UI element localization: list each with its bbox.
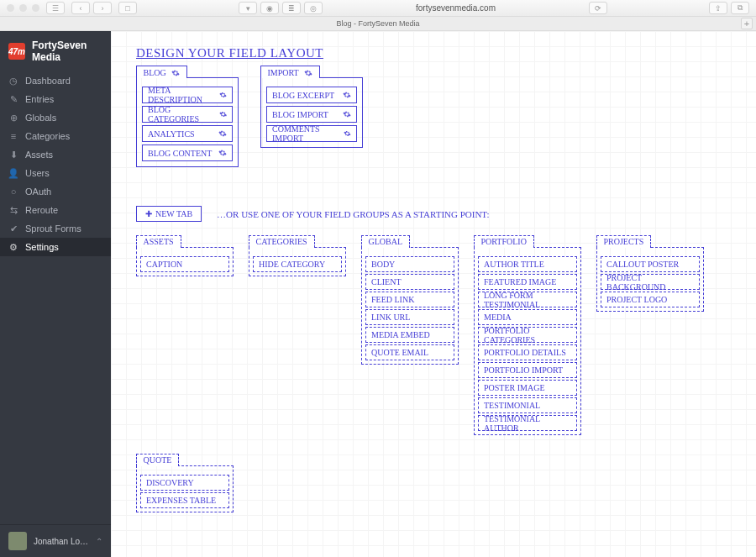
gear-icon: ⚙	[8, 242, 18, 252]
gear-icon[interactable]	[219, 110, 227, 118]
sidebar-footer[interactable]: Jonathan Longn… ⌃	[0, 524, 111, 557]
sidebar-item-users[interactable]: 👤Users	[0, 164, 111, 182]
zoom-window-icon[interactable]	[32, 4, 39, 12]
group-label: GLOBAL	[361, 235, 411, 248]
address-bar[interactable]: fortysevenmedia.com	[329, 3, 582, 13]
group-field-caption[interactable]: CAPTION	[140, 256, 229, 272]
group-field-body[interactable]: BODY	[365, 256, 454, 272]
sidebar-item-label: Globals	[25, 113, 56, 123]
sidebar-item-assets[interactable]: ⬇Assets	[0, 145, 111, 164]
group-field-project-logo[interactable]: PROJECT LOGO	[601, 292, 700, 307]
layout-tabs-row: BLOGMETA DESCRIPTIONBLOG CATEGORIESANALY…	[136, 77, 741, 167]
minimize-window-icon[interactable]	[19, 4, 27, 12]
new-tab-button[interactable]: +	[741, 18, 753, 29]
gear-icon[interactable]	[219, 91, 227, 99]
field-blog-excerpt[interactable]: BLOG EXCERPT	[266, 87, 357, 103]
group-field-testimonial-author[interactable]: TESTIMONIAL AUTHOR	[478, 415, 577, 431]
group-field-media-embed[interactable]: MEDIA EMBED	[365, 327, 454, 343]
layout-tab-import[interactable]: IMPORTBLOG EXCERPTBLOG IMPORTCOMMENTS IM…	[260, 77, 363, 148]
group-field-quote-email[interactable]: QUOTE EMAIL	[365, 344, 454, 360]
sidebar-toggle-button[interactable]: ☰	[46, 2, 65, 14]
browser-tabbar: Blog - FortySeven Media +	[0, 17, 756, 31]
browser-toolbar: ☰ ‹ › □ ▾ ◉ ≣ ◎ fortysevenmedia.com ⟳ ⇪ …	[0, 0, 756, 17]
sidebar-item-categories[interactable]: ≡Categories	[0, 127, 111, 145]
brand[interactable]: 47m FortySeven Media	[0, 31, 111, 71]
new-tab-button[interactable]: ✚ NEW TAB	[136, 206, 202, 222]
group-field-portfolio-details[interactable]: PORTFOLIO DETAILS	[478, 344, 577, 360]
group-field-hide-category[interactable]: HIDE CATEGORY	[253, 256, 342, 272]
browser-tab-title[interactable]: Blog - FortySeven Media	[336, 19, 419, 28]
pinterest-icon[interactable]: ◉	[260, 2, 279, 14]
sidebar-item-sprout-forms[interactable]: ✔Sprout Forms	[0, 219, 111, 238]
reload-button[interactable]: ⟳	[589, 2, 607, 14]
group-field-portfolio-categories[interactable]: PORTFOLIO CATEGORIES	[478, 327, 577, 343]
field-group-quote[interactable]: QUOTEDISCOVERYEXPENSES TABLE	[136, 465, 234, 512]
user-icon: 👤	[8, 168, 18, 178]
group-field-author-title[interactable]: AUTHOR TITLE	[478, 256, 577, 272]
gear-icon[interactable]	[218, 129, 227, 138]
field-group-assets[interactable]: ASSETSCAPTION	[136, 247, 234, 276]
group-field-callout-poster[interactable]: CALLOUT POSTER	[601, 256, 700, 272]
group-field-project-background[interactable]: PROJECT BACKGROUND	[601, 274, 700, 290]
field-group-categories[interactable]: CATEGORIESHIDE CATEGORY	[249, 247, 346, 276]
field-comments-import[interactable]: COMMENTS IMPORT	[266, 125, 357, 142]
pocket-icon[interactable]: ▾	[239, 2, 257, 14]
group-field-testimonial[interactable]: TESTIMONIAL	[478, 397, 577, 413]
avatar	[8, 532, 27, 550]
sidebar-item-settings[interactable]: ⚙Settings	[0, 238, 111, 256]
sidebar-item-label: Sprout Forms	[25, 223, 81, 234]
group-field-expenses-table[interactable]: EXPENSES TABLE	[140, 492, 229, 508]
layout-tab-blog[interactable]: BLOGMETA DESCRIPTIONBLOG CATEGORIESANALY…	[136, 77, 239, 167]
tab-name: IMPORT	[268, 68, 299, 77]
stack-icon[interactable]: ≣	[282, 2, 301, 14]
brand-badge-icon: 47m	[8, 43, 25, 60]
tab-label[interactable]: BLOG	[136, 66, 187, 78]
group-field-media[interactable]: MEDIA	[478, 309, 577, 325]
group-field-poster-image[interactable]: POSTER IMAGE	[478, 380, 577, 396]
gear-icon[interactable]	[171, 69, 180, 77]
gear-icon[interactable]	[304, 69, 312, 77]
field-meta-description[interactable]: META DESCRIPTION	[142, 87, 233, 103]
gear-icon[interactable]	[343, 91, 351, 99]
sidebar-item-globals[interactable]: ⊕Globals	[0, 108, 111, 127]
circle-icon: ○	[8, 187, 18, 197]
extension-icon[interactable]: ◎	[304, 2, 323, 14]
back-button[interactable]: ‹	[71, 2, 90, 14]
tabs-button[interactable]: □	[118, 2, 137, 14]
gear-icon[interactable]	[344, 129, 351, 138]
tabs-overview-button[interactable]: ⧉	[731, 2, 749, 14]
hint-text: …OR USE ONE OF YOUR FIELD GROUPS AS A ST…	[217, 209, 489, 219]
field-blog-categories[interactable]: BLOG CATEGORIES	[142, 106, 233, 123]
field-analytics[interactable]: ANALYTICS	[142, 125, 233, 142]
group-field-link-url[interactable]: LINK URL	[365, 309, 454, 325]
brand-name: FortySeven Media	[32, 39, 102, 63]
forward-button[interactable]: ›	[93, 2, 112, 14]
sidebar-item-reroute[interactable]: ⇆Reroute	[0, 201, 111, 219]
group-field-discovery[interactable]: DISCOVERY	[140, 475, 229, 491]
field-group-global[interactable]: GLOBALBODYCLIENTFEED LINKLINK URLMEDIA E…	[361, 247, 459, 365]
sidebar-item-entries[interactable]: ✎Entries	[0, 90, 111, 108]
group-field-long-form-testimonial[interactable]: LONG FORM TESTIMONIAL	[478, 292, 577, 307]
group-field-feed-link[interactable]: FEED LINK	[365, 292, 454, 307]
sidebar-item-label: OAuth	[25, 187, 51, 197]
field-blog-content[interactable]: BLOG CONTENT	[142, 145, 233, 161]
route-icon: ⇆	[8, 205, 18, 215]
gear-icon[interactable]	[218, 149, 227, 157]
close-window-icon[interactable]	[7, 4, 14, 12]
share-button[interactable]: ⇪	[709, 2, 727, 14]
group-field-client[interactable]: CLIENT	[365, 274, 454, 290]
sidebar-item-oauth[interactable]: ○OAuth	[0, 182, 111, 201]
group-label: PORTFOLIO	[474, 235, 534, 248]
sidebar-item-dashboard[interactable]: ◷Dashboard	[0, 71, 111, 90]
field-label: BLOG CONTENT	[148, 149, 212, 158]
chevron-up-icon: ⌃	[96, 537, 102, 546]
page-title: DESIGN YOUR FIELD LAYOUT	[136, 46, 741, 60]
gear-icon[interactable]	[343, 110, 351, 118]
check-icon: ✔	[8, 223, 18, 234]
field-group-portfolio[interactable]: PORTFOLIOAUTHOR TITLEFEATURED IMAGELONG …	[474, 247, 581, 435]
group-field-featured-image[interactable]: FEATURED IMAGE	[478, 274, 577, 290]
tab-label[interactable]: IMPORT	[260, 66, 320, 78]
field-blog-import[interactable]: BLOG IMPORT	[266, 106, 357, 123]
group-field-portfolio-import[interactable]: PORTFOLIO IMPORT	[478, 362, 577, 378]
field-group-projects[interactable]: PROJECTSCALLOUT POSTERPROJECT BACKGROUND…	[596, 247, 704, 312]
